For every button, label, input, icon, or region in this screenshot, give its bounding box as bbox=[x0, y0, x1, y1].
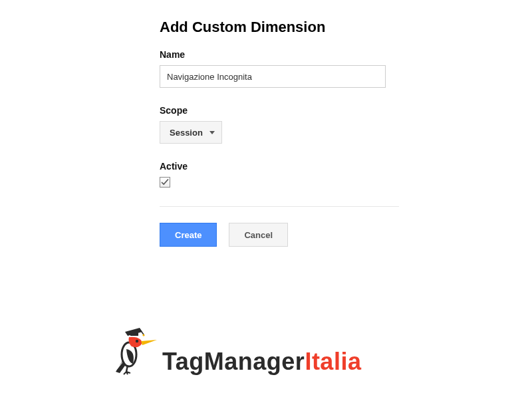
check-icon bbox=[161, 178, 169, 186]
svg-rect-1 bbox=[130, 332, 138, 336]
name-label: Name bbox=[160, 49, 399, 60]
active-label: Active bbox=[160, 161, 399, 172]
divider bbox=[160, 206, 399, 207]
cancel-button[interactable]: Cancel bbox=[229, 223, 288, 247]
active-checkbox[interactable] bbox=[160, 177, 170, 188]
page-title: Add Custom Dimension bbox=[160, 19, 399, 36]
create-button[interactable]: Create bbox=[160, 223, 217, 247]
button-row: Create Cancel bbox=[160, 223, 399, 247]
chevron-down-icon bbox=[209, 131, 215, 134]
active-field-group: Active bbox=[160, 161, 399, 189]
scope-select[interactable]: Session bbox=[160, 121, 222, 144]
scope-label: Scope bbox=[160, 105, 399, 116]
svg-point-4 bbox=[136, 340, 138, 342]
logo-text-part2: Italia bbox=[305, 348, 361, 375]
logo-text-part1: TagManager bbox=[162, 348, 305, 375]
name-input[interactable] bbox=[160, 65, 386, 88]
logo-text: TagManagerItalia bbox=[162, 348, 361, 376]
scope-field-group: Scope Session bbox=[160, 105, 399, 144]
name-field-group: Name bbox=[160, 49, 399, 88]
svg-point-3 bbox=[142, 334, 144, 336]
custom-dimension-form: Add Custom Dimension Name Scope Session … bbox=[160, 19, 399, 247]
logo: TagManagerItalia bbox=[113, 316, 361, 376]
woodpecker-icon bbox=[113, 316, 160, 376]
scope-select-value: Session bbox=[170, 128, 203, 138]
